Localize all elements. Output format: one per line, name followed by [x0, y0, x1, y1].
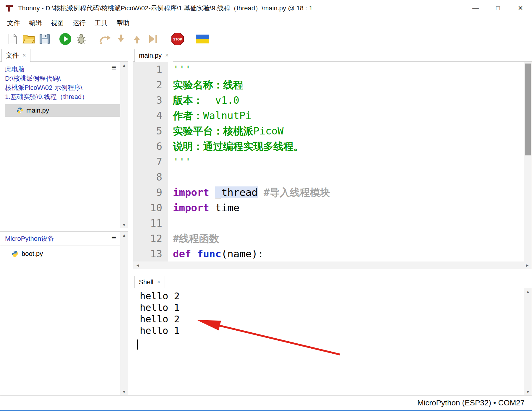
text-cursor: [137, 339, 138, 350]
scroll-down-icon[interactable]: ▼: [122, 390, 126, 394]
files-path-line-2[interactable]: D:\核桃派例程代码\: [5, 74, 120, 83]
maximize-button[interactable]: □: [487, 0, 509, 16]
minimize-button[interactable]: —: [464, 0, 487, 16]
support-ukraine-button[interactable]: [195, 32, 210, 46]
code-line: 3版本： v1.0: [133, 92, 524, 108]
code-line: 5实验平台：核桃派PicoW: [133, 123, 524, 139]
step-out-button[interactable]: [130, 32, 144, 46]
code-text[interactable]: def func(name):: [168, 246, 264, 261]
device-file-row-boot-py[interactable]: boot.py: [0, 248, 120, 260]
debug-button[interactable]: [74, 32, 88, 46]
scroll-up-icon[interactable]: ▲: [122, 63, 126, 67]
menu-item-help[interactable]: 帮助: [112, 17, 134, 29]
step-over-icon: [99, 34, 111, 44]
code-token: ''': [173, 64, 191, 75]
code-text[interactable]: 版本： v1.0: [168, 92, 239, 108]
shell-content[interactable]: hello 2 hello 1 hello 2 hello 1: [133, 288, 524, 395]
files-panel-menu-icon[interactable]: ≡: [111, 64, 116, 72]
python-file-icon: [12, 250, 19, 257]
right-column: main.py × 1'''2实验名称：线程3版本： v1.04作者：Walnu…: [133, 48, 532, 395]
line-number: 7: [133, 154, 168, 169]
code-text[interactable]: import time: [168, 200, 239, 215]
line-number: 11: [133, 215, 168, 231]
files-tab-strip: 文件 ×: [0, 48, 128, 62]
devices-panel-title: MicroPython设备: [5, 234, 54, 243]
step-over-button[interactable]: [98, 32, 112, 46]
run-button[interactable]: [58, 32, 72, 46]
files-path-line-4[interactable]: 1.基础实验\9.线程（thread）: [5, 92, 120, 101]
svg-text:STOP: STOP: [173, 38, 182, 41]
code-token: func: [197, 248, 221, 260]
devices-scrollbar[interactable]: ▲ ▼: [120, 232, 128, 395]
menu-item-tools[interactable]: 工具: [90, 17, 112, 29]
save-file-button[interactable]: [38, 32, 52, 46]
tab-files[interactable]: 文件 ×: [1, 49, 30, 62]
code-token: [209, 186, 215, 198]
code-text[interactable]: #线程函数: [168, 231, 219, 246]
code-text[interactable]: 作者：WalnutPi: [168, 108, 252, 123]
code-text[interactable]: 说明：通过编程实现多线程。: [168, 139, 304, 154]
interpreter-status[interactable]: MicroPython (ESP32) • COM27: [417, 398, 525, 407]
code-line: 8: [133, 169, 524, 185]
line-number: 12: [133, 231, 168, 246]
resume-button[interactable]: [146, 32, 160, 46]
code-editor[interactable]: 1'''2实验名称：线程3版本： v1.04作者：WalnutPi5实验平台：核…: [133, 62, 524, 261]
code-text[interactable]: [168, 215, 173, 231]
files-path-line-1[interactable]: 此电脑: [5, 65, 120, 74]
file-row-main-py[interactable]: main.py: [5, 104, 120, 117]
menu-item-view[interactable]: 视图: [46, 17, 68, 29]
new-file-button[interactable]: [6, 32, 20, 46]
code-text[interactable]: import _thread #导入线程模块: [168, 185, 330, 200]
editor-h-scrollbar[interactable]: ◄ ►: [133, 261, 532, 269]
code-token: ''': [173, 156, 191, 168]
code-text[interactable]: 实验平台：核桃派PicoW: [168, 123, 283, 139]
code-text[interactable]: ''': [168, 154, 191, 169]
tab-main-py[interactable]: main.py ×: [134, 49, 173, 62]
code-text[interactable]: 实验名称：线程: [168, 77, 243, 92]
scroll-up-icon[interactable]: ▲: [122, 233, 126, 237]
tab-close-icon[interactable]: ×: [165, 52, 169, 59]
step-into-button[interactable]: [114, 32, 128, 46]
scroll-up-icon[interactable]: ▲: [526, 290, 530, 294]
tab-shell[interactable]: Shell ×: [134, 276, 165, 288]
devices-panel-menu-icon[interactable]: ≡: [111, 233, 116, 242]
shell-scrollbar[interactable]: ▲ ▼: [524, 288, 532, 395]
maximize-icon: □: [496, 4, 500, 12]
tab-close-icon[interactable]: ×: [157, 279, 160, 285]
tab-close-icon[interactable]: ×: [22, 52, 26, 59]
panel-splitter[interactable]: [128, 48, 133, 395]
line-number: 8: [133, 169, 168, 185]
new-file-icon: [8, 33, 17, 45]
scroll-left-icon[interactable]: ◄: [136, 263, 140, 267]
line-number: 6: [133, 139, 168, 154]
editor-scrollbar-thumb[interactable]: [525, 64, 531, 155]
code-text[interactable]: [168, 169, 173, 185]
scroll-down-icon[interactable]: ▼: [122, 223, 126, 227]
code-line: 4作者：WalnutPi: [133, 108, 524, 123]
device-files-list: boot.py: [0, 246, 120, 395]
code-token: import: [173, 186, 209, 198]
files-scrollbar[interactable]: ▲ ▼: [120, 62, 128, 228]
window-title: Thonny - D:\核桃派例程代码\核桃派PicoW\02-示例程序\1.基…: [18, 4, 313, 13]
menu-item-run[interactable]: 运行: [68, 17, 90, 29]
files-path-line-3[interactable]: 核桃派PicoW\02-示例程序\: [5, 83, 120, 92]
stop-icon: STOP: [171, 33, 184, 46]
editor-scrollbar[interactable]: [524, 62, 532, 261]
menu-item-file[interactable]: 文件: [3, 17, 25, 29]
open-file-button[interactable]: [22, 32, 36, 46]
stop-button[interactable]: STOP: [171, 32, 185, 46]
menu-item-edit[interactable]: 编辑: [25, 17, 46, 29]
scroll-down-icon[interactable]: ▼: [526, 390, 530, 394]
close-button[interactable]: ✕: [509, 0, 532, 16]
code-token: 实验平台：核桃派: [173, 125, 253, 137]
code-text[interactable]: ''': [168, 62, 191, 77]
file-name: main.py: [26, 107, 49, 114]
code-token: #线程函数: [173, 233, 219, 244]
tab-files-label: 文件: [6, 51, 19, 60]
code-token: WalnutPi: [203, 110, 252, 121]
code-line: 13def func(name):: [133, 246, 524, 261]
tab-shell-label: Shell: [139, 278, 153, 286]
scroll-right-icon[interactable]: ►: [525, 263, 529, 267]
editor-shell-splitter[interactable]: [133, 269, 532, 275]
ukraine-flag-icon: [196, 35, 209, 43]
